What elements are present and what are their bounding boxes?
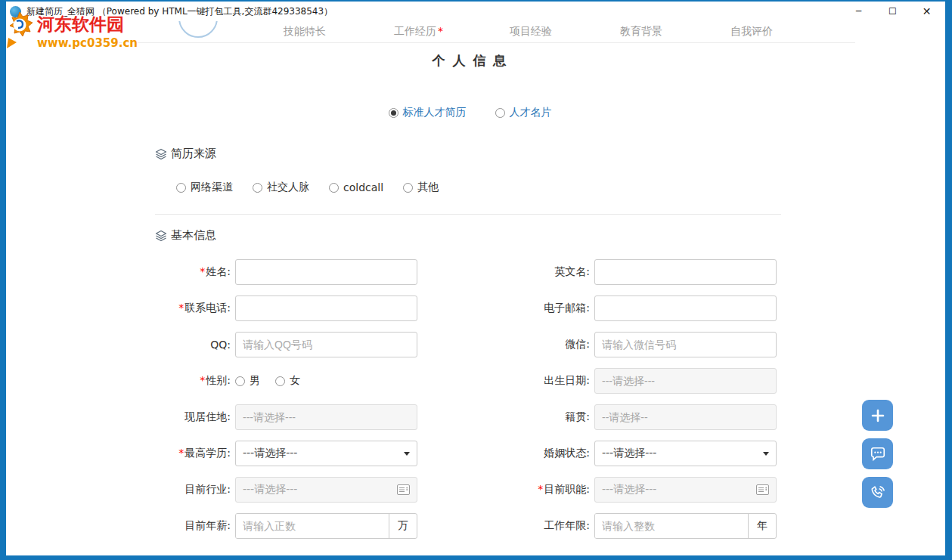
field-work-years: 工作年限: 年: [507, 513, 777, 539]
field-gender: *性别: 男 女: [155, 374, 417, 388]
marital-status-select[interactable]: ---请选择---: [594, 441, 777, 466]
dropdown-caret-icon: [404, 452, 410, 456]
floating-toolbar: [862, 400, 893, 508]
select-value: ---请选择---: [602, 447, 656, 460]
picker-placeholder: ---请选择---: [243, 483, 297, 497]
phone-button[interactable]: [862, 477, 893, 508]
field-label: 目前年薪:: [185, 519, 231, 531]
hometown-picker[interactable]: [594, 404, 777, 430]
wechat-input[interactable]: [594, 332, 777, 357]
field-job-function: *目前职能: ---请选择---: [507, 477, 777, 503]
section-title: 简历来源: [171, 147, 216, 161]
phone-input[interactable]: [235, 295, 417, 321]
english-name-input[interactable]: [594, 259, 777, 285]
window-title: 新建简历_全猎网 （Powered by HTML一键打包工具,交流群42933…: [26, 5, 333, 18]
field-email: 电子邮箱:: [507, 295, 777, 321]
required-mark: *: [200, 374, 205, 386]
education-select[interactable]: ---请选择---: [235, 441, 417, 466]
resume-type-standard[interactable]: 标准人才简历: [389, 106, 467, 119]
field-label: 微信:: [565, 338, 590, 350]
field-wechat: 微信:: [507, 332, 777, 357]
field-label: 出生日期:: [544, 374, 590, 386]
required-mark: *: [178, 302, 184, 314]
salary-group: 万: [235, 513, 417, 539]
maximize-button[interactable]: ☐: [876, 2, 910, 21]
basic-info-form: *姓名: 英文名: *联系电话:: [155, 254, 781, 544]
work-years-input[interactable]: [595, 514, 748, 538]
nav-item-work-experience[interactable]: 工作经历*: [394, 25, 443, 39]
nav-item-projects[interactable]: 项目经验: [510, 25, 554, 39]
source-options: 网络渠道 社交人脉 coldcall 其他: [155, 181, 781, 194]
birthdate-picker[interactable]: [594, 368, 777, 394]
field-label: 姓名:: [206, 265, 231, 277]
radio-coldcall[interactable]: [329, 183, 339, 193]
resume-type-card[interactable]: 人才名片: [495, 106, 552, 119]
field-label: 性别:: [206, 374, 231, 386]
field-english-name: 英文名:: [507, 259, 777, 285]
radio-talent-card[interactable]: [495, 108, 505, 118]
minimize-button[interactable]: ─: [842, 2, 876, 21]
layers-icon: [155, 148, 167, 160]
residence-picker[interactable]: [235, 404, 417, 430]
email-input[interactable]: [594, 295, 777, 321]
layers-icon: [155, 230, 167, 242]
chat-icon: [870, 446, 886, 463]
required-mark: *: [538, 483, 543, 495]
form-row: *联系电话: 电子邮箱:: [155, 290, 781, 326]
resume-form-card: 技能特长 工作经历* 项目经验 教育背景 自我评价 个 人 信 息 标准人才简历…: [85, 21, 855, 555]
source-option-other[interactable]: 其他: [403, 181, 439, 194]
radio-female[interactable]: [275, 376, 285, 386]
chat-button[interactable]: [862, 438, 893, 469]
field-education: *最高学历: ---请选择---: [155, 441, 417, 466]
field-label: 婚姻状态:: [544, 447, 590, 459]
title-bar: 新建简历_全猎网 （Powered by HTML一键打包工具,交流群42933…: [6, 2, 945, 21]
field-label: 电子邮箱:: [544, 302, 590, 314]
nav-item-self-evaluation[interactable]: 自我评价: [730, 25, 774, 39]
radio-network-channel[interactable]: [176, 183, 186, 193]
nav-item-skills[interactable]: 技能特长: [284, 25, 327, 39]
add-button[interactable]: [862, 400, 893, 431]
field-label: 目前职能:: [544, 483, 590, 495]
work-years-group: 年: [594, 513, 777, 539]
list-picker-icon: [397, 484, 410, 495]
form-row: *最高学历: ---请选择--- 婚姻状态: ---请选择---: [155, 435, 781, 472]
field-label: 最高学历:: [185, 447, 231, 459]
page-title: 个 人 信 息: [85, 52, 855, 70]
radio-standard-resume[interactable]: [389, 108, 398, 118]
app-icon: [10, 6, 21, 17]
section-divider: [155, 214, 781, 215]
field-label: 联系电话:: [185, 302, 231, 314]
page-content: 技能特长 工作经历* 项目经验 教育背景 自我评价 个 人 信 息 标准人才简历…: [6, 21, 945, 555]
resume-type-group: 标准人才简历 人才名片: [85, 106, 855, 119]
required-mark: *: [438, 25, 443, 37]
close-button[interactable]: ✕: [910, 2, 944, 21]
nav-item-education[interactable]: 教育背景: [620, 25, 664, 39]
radio-male[interactable]: [235, 376, 245, 386]
unit-suffix: 万: [389, 514, 417, 538]
dropdown-caret-icon: [763, 452, 769, 456]
name-input[interactable]: [235, 259, 417, 285]
field-salary: 目前年薪: 万: [155, 513, 417, 539]
field-label: 英文名:: [554, 265, 590, 277]
form-row: 目前年薪: 万 工作年限: 年: [155, 508, 781, 544]
source-option-coldcall[interactable]: coldcall: [329, 181, 383, 193]
logo-circle-partial: [178, 21, 218, 38]
field-marital-status: 婚姻状态: ---请选择---: [507, 441, 777, 466]
job-function-picker[interactable]: ---请选择---: [594, 477, 777, 503]
source-option-network[interactable]: 网络渠道: [176, 181, 233, 194]
salary-input[interactable]: [236, 514, 389, 538]
qq-input[interactable]: [235, 332, 417, 357]
list-picker-icon: [756, 484, 769, 495]
app-window: 新建简历_全猎网 （Powered by HTML一键打包工具,交流群42933…: [6, 2, 945, 555]
form-row: *姓名: 英文名:: [155, 254, 781, 290]
field-phone: *联系电话:: [155, 295, 417, 321]
source-option-social[interactable]: 社交人脉: [253, 181, 309, 194]
section-nav: 技能特长 工作经历* 项目经验 教育背景 自我评价: [85, 21, 855, 43]
industry-picker[interactable]: ---请选择---: [235, 477, 417, 503]
required-mark: *: [178, 447, 184, 459]
field-label: 现居住地:: [185, 410, 231, 422]
unit-suffix: 年: [748, 514, 776, 538]
radio-social-network[interactable]: [253, 183, 262, 193]
form-row: *性别: 男 女 出生日期:: [155, 363, 781, 399]
radio-other[interactable]: [403, 183, 413, 193]
